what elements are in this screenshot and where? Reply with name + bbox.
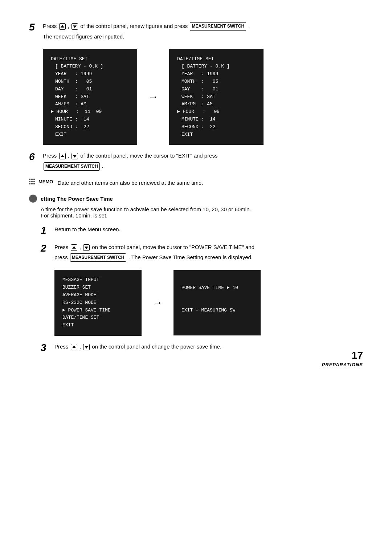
- sub-step-2: 2 Press , on the control panel, move the…: [41, 243, 363, 264]
- step-5-screens: DATE/TIME SET [ BATTERY - O.K ] YEAR : 1…: [43, 49, 363, 145]
- sub-step-2-number: 2: [41, 243, 54, 254]
- step-5-text-part3: .: [248, 23, 250, 29]
- key-up-icon-2: [59, 153, 66, 159]
- step-5-line2: The renewed figures are inputted.: [43, 32, 363, 41]
- sub-step-2-text-part2: on the control panel, move the cursor to…: [92, 244, 254, 250]
- memo-section: MEMO Date and other items can also be re…: [29, 179, 363, 187]
- key-up-icon-3: [71, 244, 77, 251]
- memo-icon: MEMO: [29, 179, 53, 184]
- measurement-switch-key-2: MEASUREMENT SWITCH: [44, 162, 100, 171]
- step-5-screen-left: DATE/TIME SET [ BATTERY - O.K ] YEAR : 1…: [43, 49, 137, 145]
- measurement-switch-key: MEASUREMENT SWITCH: [190, 22, 246, 30]
- sub-step-2-line2-part2: . The Power Save Time Setting screen is …: [128, 254, 253, 260]
- step-6-text-part3: .: [102, 163, 103, 169]
- key-up-icon-4: [71, 344, 77, 350]
- page-section-name: PREPARATIONS: [322, 362, 363, 367]
- sub-step-3: 3 Press , on the control panel and chang…: [41, 342, 363, 354]
- step-5-text-part2: of the control panel, renew figures and …: [80, 23, 188, 29]
- memo-text: Date and other items can also be renewed…: [57, 179, 203, 187]
- key-down-icon-3: [83, 244, 90, 251]
- sub-step-1: 1 Return to the Menu screen.: [41, 225, 363, 236]
- sub-step-2-screen-left: MESSAGE INPUT BUZZER SET AVERAGE MODE RS…: [54, 270, 142, 336]
- step-6-number: 6: [29, 151, 43, 163]
- sub-step-3-content: Press , on the control panel and change …: [54, 342, 363, 353]
- step-5: 5 Press , of the control panel, renew fi…: [29, 22, 363, 42]
- page: 5 Press , of the control panel, renew fi…: [0, 0, 392, 382]
- step-5-number: 5: [29, 22, 43, 33]
- section-line1: A time for the power save function to ac…: [41, 206, 363, 212]
- sub-step-2-text-part1: Press: [54, 244, 68, 250]
- memo-label: MEMO: [38, 179, 53, 184]
- screens-arrow: →: [148, 91, 158, 103]
- sub-step-1-content: Return to the Menu screen.: [54, 225, 363, 235]
- section-heading: etting The Power Save Time: [29, 195, 363, 203]
- key-down-icon: [72, 23, 78, 30]
- section-line2: For shipment, 10min. is set.: [41, 212, 363, 219]
- sub-step-2-line2-part1: press: [54, 254, 68, 260]
- sub-step-1-text: Return to the Menu screen.: [54, 225, 363, 234]
- sub-step-2-screen-right: POWER SAVE TIME ► 10 EXIT - MEASURING SW: [173, 270, 261, 335]
- page-number: 17: [322, 350, 363, 361]
- sub-step-3-text-part1: Press: [54, 343, 68, 350]
- measurement-switch-key-3: MEASUREMENT SWITCH: [70, 253, 126, 262]
- step-6: 6 Press , of the control panel, move the…: [29, 151, 363, 172]
- sub-step-1-number: 1: [41, 225, 54, 236]
- sub-step-3-text-part2: on the control panel and change the powe…: [92, 343, 221, 350]
- step-5-content: Press , of the control panel, renew figu…: [43, 22, 363, 42]
- step-5-screen-right: DATE/TIME SET [ BATTERY - O.K ] YEAR : 1…: [169, 49, 264, 145]
- sub-step-2-screens: MESSAGE INPUT BUZZER SET AVERAGE MODE RS…: [54, 270, 363, 336]
- key-up-icon: [59, 23, 66, 30]
- step-6-text-part1: Press: [43, 152, 57, 159]
- step-6-content: Press , of the control panel, move the c…: [43, 151, 363, 172]
- step-6-text-part2: of the control panel, move the cursor to…: [80, 152, 217, 159]
- step-5-text-part1: Press: [43, 23, 57, 29]
- sub-step-3-number: 3: [41, 342, 54, 354]
- key-down-icon-4: [83, 344, 90, 350]
- screens-arrow-2: →: [152, 297, 163, 309]
- page-footer: 17 PREPARATIONS: [322, 350, 363, 367]
- memo-dots-icon: [29, 179, 35, 184]
- key-down-icon-2: [72, 153, 78, 159]
- sub-step-2-content: Press , on the control panel, move the c…: [54, 243, 363, 264]
- section-body: A time for the power save function to ac…: [41, 206, 363, 219]
- section-bullet-icon: [29, 195, 37, 203]
- section-title: etting The Power Save Time: [41, 196, 113, 202]
